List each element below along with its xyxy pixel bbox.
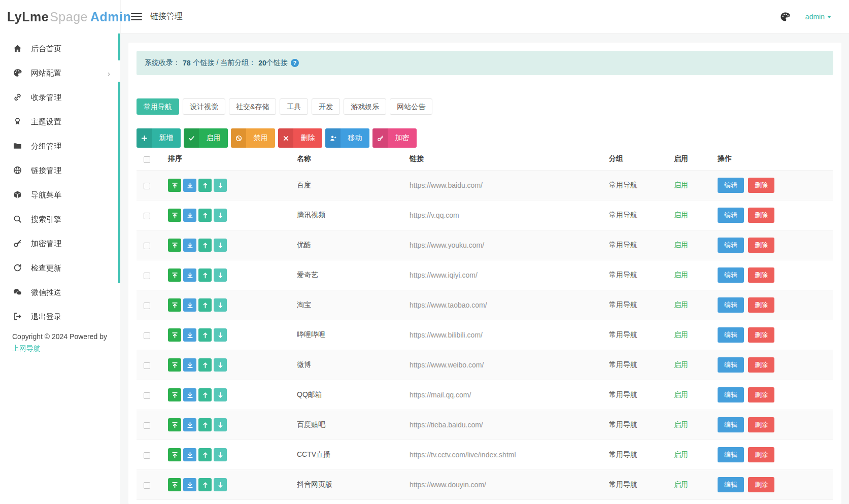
sort-down-button[interactable]	[214, 179, 227, 192]
delete-button[interactable]: 删除	[748, 327, 774, 343]
sidebar-item-groups[interactable]: 分组管理	[0, 134, 120, 158]
sort-down-button[interactable]	[214, 239, 227, 252]
row-checkbox[interactable]	[144, 332, 150, 339]
sidebar-item-search-engine[interactable]: 搜索引擎	[0, 207, 120, 231]
sort-bottom-button[interactable]	[183, 179, 196, 192]
delete-button[interactable]: 删除	[748, 297, 774, 313]
row-checkbox[interactable]	[144, 243, 150, 249]
sort-bottom-button[interactable]	[183, 328, 196, 342]
edit-button[interactable]: 编辑	[718, 208, 744, 223]
edit-button[interactable]: 编辑	[718, 417, 744, 432]
tab-design[interactable]: 设计视觉	[183, 98, 225, 115]
sort-up-button[interactable]	[198, 179, 212, 192]
sort-top-button[interactable]	[168, 298, 181, 312]
edit-button[interactable]: 编辑	[718, 297, 744, 313]
sidebar-item-nav-menu[interactable]: 导航菜单	[0, 183, 120, 207]
tab-dev[interactable]: 开发	[312, 98, 340, 115]
row-checkbox[interactable]	[144, 303, 150, 309]
sort-up-button[interactable]	[198, 388, 212, 401]
delete-button[interactable]: 删除	[748, 477, 774, 492]
sidebar-item-home[interactable]: 后台首页	[0, 37, 120, 61]
sidebar-toggle-icon[interactable]	[131, 11, 142, 22]
edit-button[interactable]: 编辑	[718, 447, 744, 462]
sort-top-button[interactable]	[168, 239, 181, 252]
edit-button[interactable]: 编辑	[718, 178, 744, 193]
sort-bottom-button[interactable]	[183, 388, 196, 401]
sidebar-item-check-update[interactable]: 检查更新	[0, 256, 120, 280]
sort-top-button[interactable]	[168, 328, 181, 342]
sort-bottom-button[interactable]	[183, 448, 196, 461]
sort-down-button[interactable]	[214, 388, 227, 401]
sort-bottom-button[interactable]	[183, 478, 196, 491]
sort-top-button[interactable]	[168, 358, 181, 372]
tab-common-nav[interactable]: 常用导航	[137, 98, 179, 115]
disable-button[interactable]: 禁用	[231, 128, 275, 148]
row-checkbox[interactable]	[144, 183, 150, 189]
edit-button[interactable]: 编辑	[718, 477, 744, 492]
sidebar-item-links[interactable]: 链接管理	[0, 158, 120, 183]
edit-button[interactable]: 编辑	[718, 327, 744, 343]
sort-up-button[interactable]	[198, 418, 212, 431]
encrypt-button[interactable]: 加密	[372, 128, 417, 148]
sort-up-button[interactable]	[198, 268, 212, 282]
sidebar-item-wechat-push[interactable]: 微信推送	[0, 280, 120, 305]
sidebar-item-collect[interactable]: 收录管理	[0, 85, 120, 110]
delete-button[interactable]: 删除	[748, 267, 774, 283]
tab-tools[interactable]: 工具	[280, 98, 308, 115]
sidebar-item-site-config[interactable]: 网站配置 ›	[0, 61, 120, 85]
tab-games[interactable]: 游戏娱乐	[344, 98, 386, 115]
sort-up-button[interactable]	[198, 328, 212, 342]
sort-up-button[interactable]	[198, 478, 212, 491]
help-icon[interactable]: ?	[291, 59, 299, 67]
select-all-checkbox[interactable]	[144, 156, 150, 163]
delete-button[interactable]: 删除	[278, 128, 322, 148]
sort-bottom-button[interactable]	[183, 209, 196, 222]
sort-down-button[interactable]	[214, 478, 227, 491]
sort-down-button[interactable]	[214, 358, 227, 372]
sort-up-button[interactable]	[198, 209, 212, 222]
sort-up-button[interactable]	[198, 358, 212, 372]
row-checkbox[interactable]	[144, 482, 150, 489]
enable-button[interactable]: 启用	[184, 128, 228, 148]
sort-top-button[interactable]	[168, 478, 181, 491]
edit-button[interactable]: 编辑	[718, 357, 744, 373]
delete-button[interactable]: 删除	[748, 357, 774, 373]
sort-down-button[interactable]	[214, 448, 227, 461]
sort-top-button[interactable]	[168, 268, 181, 282]
sort-bottom-button[interactable]	[183, 268, 196, 282]
row-checkbox[interactable]	[144, 422, 150, 429]
edit-button[interactable]: 编辑	[718, 387, 744, 402]
sort-down-button[interactable]	[214, 209, 227, 222]
sort-up-button[interactable]	[198, 239, 212, 252]
sort-top-button[interactable]	[168, 209, 181, 222]
row-checkbox[interactable]	[144, 362, 150, 369]
sort-up-button[interactable]	[198, 448, 212, 461]
sort-bottom-button[interactable]	[183, 239, 196, 252]
sort-top-button[interactable]	[168, 418, 181, 431]
delete-button[interactable]: 删除	[748, 238, 774, 253]
sidebar-item-logout[interactable]: 退出登录	[0, 305, 120, 329]
delete-button[interactable]: 删除	[748, 178, 774, 193]
sort-up-button[interactable]	[198, 298, 212, 312]
sort-down-button[interactable]	[214, 328, 227, 342]
sort-bottom-button[interactable]	[183, 358, 196, 372]
move-button[interactable]: 移动	[325, 128, 369, 148]
theme-palette-icon[interactable]	[780, 12, 790, 22]
copyright-link[interactable]: 上网导航	[12, 344, 41, 352]
sort-top-button[interactable]	[168, 448, 181, 461]
user-dropdown[interactable]: admin	[805, 13, 831, 21]
sort-down-button[interactable]	[214, 298, 227, 312]
edit-button[interactable]: 编辑	[718, 238, 744, 253]
row-checkbox[interactable]	[144, 452, 150, 459]
delete-button[interactable]: 删除	[748, 387, 774, 402]
sort-down-button[interactable]	[214, 418, 227, 431]
delete-button[interactable]: 删除	[748, 208, 774, 223]
edit-button[interactable]: 编辑	[718, 267, 744, 283]
add-button[interactable]: 新增	[137, 128, 181, 148]
sort-down-button[interactable]	[214, 268, 227, 282]
delete-button[interactable]: 删除	[748, 417, 774, 432]
sidebar-item-theme[interactable]: 主题设置	[0, 110, 120, 134]
delete-button[interactable]: 删除	[748, 447, 774, 462]
tab-social-store[interactable]: 社交&存储	[229, 98, 276, 115]
row-checkbox[interactable]	[144, 392, 150, 399]
